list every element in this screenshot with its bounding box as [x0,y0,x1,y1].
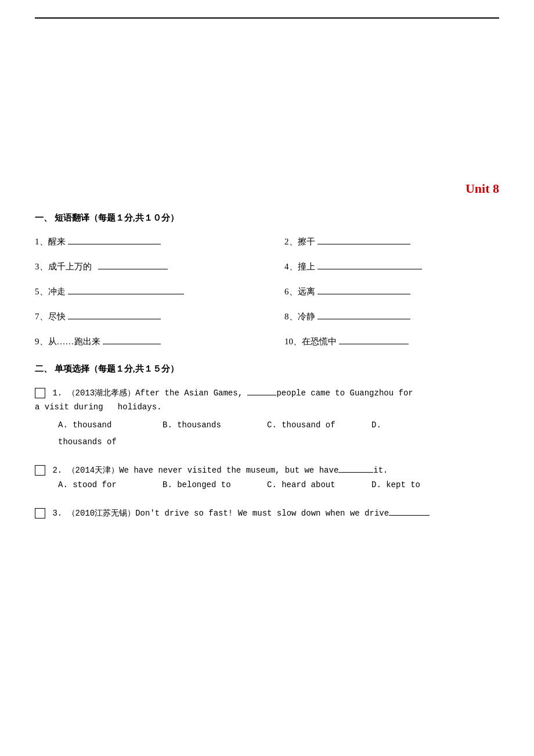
q2-option-d: D. kept to [371,478,476,492]
item-8-blank [317,309,410,319]
fill-item-2: 2、擦干 [284,234,499,247]
q2-blank [338,462,373,473]
q1-num: 1. （2013湖北孝感）After the Asian Games, [52,388,247,398]
fill-row-3: 5、冲走 6、远离 [35,284,499,297]
q1-text2: people came to Guangzhou for [276,388,413,398]
fill-row-5: 9、从……跑出来 10、在恐慌中 [35,334,499,347]
q1-option-b: B. thousands [163,418,267,433]
q2-paren [35,465,45,476]
item-3-label: 3、成千上万的 [35,261,96,272]
item-1-label: 1、醒来 [35,236,66,247]
fill-row-2: 3、成千上万的 4、撞上 [35,259,499,272]
fill-item-5: 5、冲走 [35,284,250,297]
q1-line2: a visit during holidays. [35,401,499,415]
q1-text: 1. （2013湖北孝感）After the Asian Games, peop… [35,385,499,401]
q1-blank [247,385,276,395]
fill-item-9: 9、从……跑出来 [35,334,250,347]
fill-item-7: 7、尽快 [35,309,250,322]
item-2-label: 2、擦干 [284,236,315,247]
item-9-label: 9、从……跑出来 [35,336,100,347]
q2-option-c: C. heard about [267,478,371,492]
q3-num: 3. （2010江苏无锡）Don't drive so fast! We mus… [52,509,389,518]
item-5-blank [68,284,184,294]
item-4-label: 4、撞上 [284,261,315,272]
item-7-label: 7、尽快 [35,311,66,322]
fill-row-4: 7、尽快 8、冷静 [35,309,499,322]
fill-item-10: 10、在恐慌中 [284,334,499,347]
q1-options: A. thousand B. thousands C. thousand of … [35,418,499,433]
q1-thousands-of: thousands of [35,435,499,449]
q2-num: 2. （2014天津）We have never visited the mus… [52,466,338,475]
fill-item-6: 6、远离 [284,284,499,297]
item-10-label: 10、在恐慌中 [284,336,337,347]
q2-options: A. stood for B. belonged to C. heard abo… [35,478,499,492]
q2-option-a: A. stood for [58,478,163,492]
q1-option-c: C. thousand of [267,418,371,433]
unit-title: Unit 8 [35,181,499,196]
item-6-label: 6、远离 [284,286,315,297]
fill-item-1: 1、醒来 [35,234,250,247]
section1-title: 一、 短语翻译（每题１分,共１０分） [35,213,499,224]
question-1: 1. （2013湖北孝感）After the Asian Games, peop… [35,385,499,449]
q2-option-b: B. belonged to [163,478,267,492]
q3-text: 3. （2010江苏无锡）Don't drive so fast! We mus… [35,505,499,521]
q2-text2: it. [373,466,388,475]
item-2-blank [317,234,410,244]
fill-item-4: 4、撞上 [284,259,499,272]
q1-paren [35,388,45,398]
item-10-blank [339,334,409,344]
item-6-blank [317,284,410,294]
fill-item-3: 3、成千上万的 [35,259,250,272]
fill-item-8: 8、冷静 [284,309,499,322]
question-2: 2. （2014天津）We have never visited the mus… [35,462,499,492]
q1-option-a: A. thousand [58,418,163,433]
q1-option-d: D. [371,418,476,433]
item-8-label: 8、冷静 [284,311,315,322]
item-1-blank [68,234,161,244]
section2: 二、 单项选择（每题１分,共１５分） 1. （2013湖北孝感）After th… [35,363,499,521]
item-5-label: 5、冲走 [35,286,66,297]
item-7-blank [68,309,161,319]
q2-text: 2. （2014天津）We have never visited the mus… [35,462,499,478]
item-9-blank [103,334,161,344]
top-divider [35,17,499,19]
fill-row-1: 1、醒来 2、擦干 [35,234,499,247]
q3-blank [389,505,430,516]
item-3-blank [98,259,168,269]
section2-title: 二、 单项选择（每题１分,共１５分） [35,363,499,375]
question-3: 3. （2010江苏无锡）Don't drive so fast! We mus… [35,505,499,521]
q3-paren [35,508,45,519]
item-4-blank [317,259,422,269]
